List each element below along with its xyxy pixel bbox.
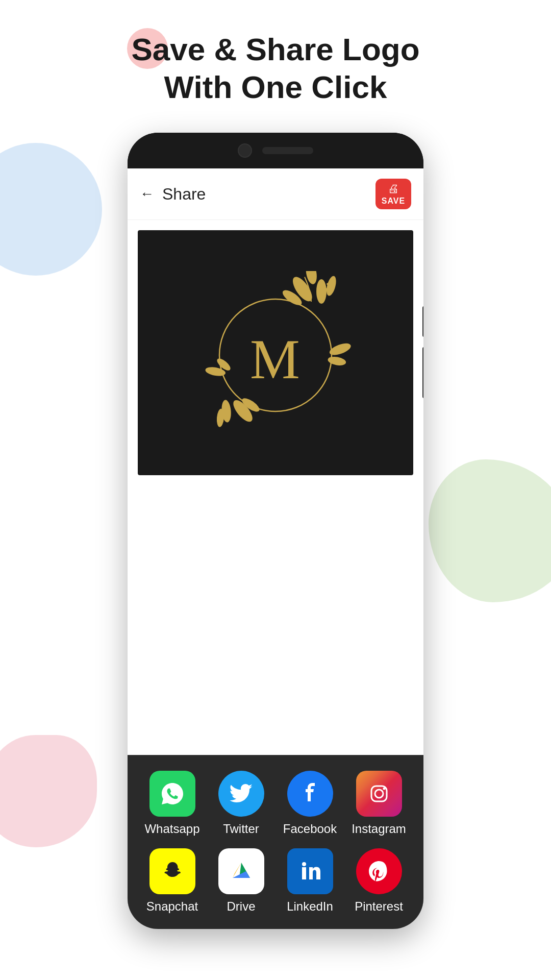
header-line2: With One Click	[164, 69, 387, 105]
svg-point-21	[375, 790, 383, 798]
social-item-facebook[interactable]: Facebook	[282, 771, 338, 836]
svg-point-3	[316, 279, 327, 304]
social-item-drive[interactable]: Drive	[213, 848, 269, 914]
save-printer-icon: 🖨	[388, 182, 399, 195]
app-title: Share	[162, 185, 206, 204]
twitter-icon	[218, 771, 264, 817]
snapchat-label: Snapchat	[146, 899, 198, 914]
social-item-whatsapp[interactable]: Whatsapp	[144, 771, 201, 836]
save-label: SAVE	[382, 197, 405, 206]
phone-notch-bar	[128, 133, 423, 168]
snapchat-icon	[149, 848, 195, 894]
svg-point-17	[327, 355, 346, 366]
phone-frame: ← Share 🖨 SAVE M	[128, 133, 423, 929]
social-item-linkedin[interactable]: LinkedIn	[282, 848, 338, 914]
social-item-pinterest[interactable]: Pinterest	[351, 848, 407, 914]
linkedin-label: LinkedIn	[287, 899, 333, 914]
app-header-left: ← Share	[140, 185, 206, 204]
pinterest-icon	[356, 848, 402, 894]
social-item-instagram[interactable]: Instagram	[351, 771, 407, 836]
header-highlight: Save & Share Logo	[131, 31, 419, 68]
phone-side-button-1	[422, 306, 423, 337]
facebook-label: Facebook	[283, 822, 337, 836]
header-line1: Save & Share Logo	[131, 32, 419, 67]
save-button[interactable]: 🖨 SAVE	[375, 179, 411, 209]
blob-pink	[0, 735, 97, 847]
header-section: Save & Share Logo With One Click	[0, 31, 551, 107]
phone-camera	[238, 143, 252, 158]
back-button[interactable]: ←	[140, 186, 154, 202]
blob-blue	[0, 143, 102, 276]
twitter-label: Twitter	[223, 822, 259, 836]
drive-icon	[218, 848, 264, 894]
phone-speaker	[262, 147, 313, 154]
linkedin-icon	[287, 848, 333, 894]
facebook-icon	[287, 771, 333, 817]
svg-rect-27	[302, 867, 306, 879]
drive-label: Drive	[227, 899, 255, 914]
instagram-icon	[356, 771, 402, 817]
app-header: ← Share 🖨 SAVE	[128, 168, 423, 220]
social-item-snapchat[interactable]: Snapchat	[144, 848, 201, 914]
svg-point-6	[305, 271, 318, 285]
social-row-2: Snapchat Drive	[138, 848, 413, 914]
svg-point-22	[383, 788, 385, 790]
pinterest-label: Pinterest	[355, 899, 403, 914]
phone-side-button-2	[422, 347, 423, 398]
social-panel: Whatsapp Twitter	[128, 755, 423, 929]
header-title: Save & Share Logo With One Click	[0, 31, 551, 107]
logo-preview-area: M	[128, 220, 423, 755]
whatsapp-icon	[149, 771, 195, 817]
svg-point-28	[302, 862, 306, 866]
instagram-label: Instagram	[352, 822, 406, 836]
blob-green	[429, 459, 551, 602]
logo-canvas: M	[138, 230, 413, 475]
svg-point-5	[324, 275, 338, 297]
phone-screen: ← Share 🖨 SAVE M	[128, 168, 423, 929]
whatsapp-label: Whatsapp	[144, 822, 199, 836]
social-item-twitter[interactable]: Twitter	[213, 771, 269, 836]
social-row-1: Whatsapp Twitter	[138, 771, 413, 836]
svg-text:M: M	[250, 328, 301, 390]
logo-svg: M	[194, 271, 357, 434]
